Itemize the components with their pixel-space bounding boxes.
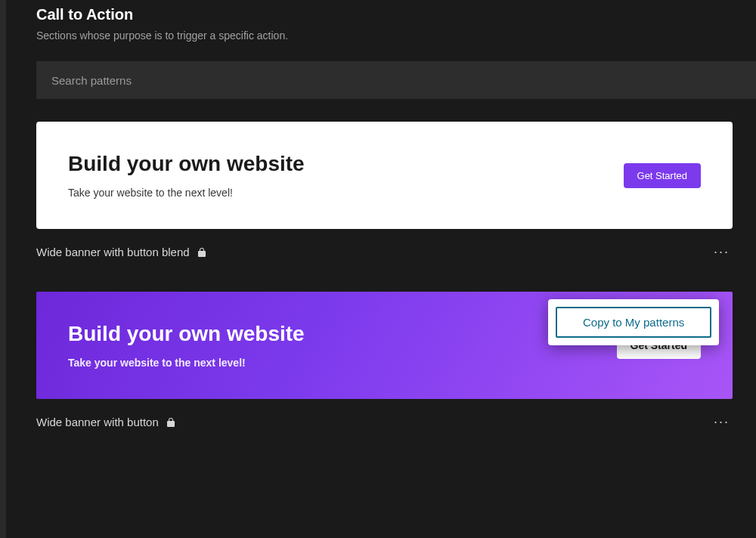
lock-icon [166, 417, 175, 428]
pattern-card-text: Build your own website Take your website… [68, 322, 305, 369]
get-started-button[interactable]: Get Started [624, 163, 701, 188]
lock-icon [197, 247, 206, 258]
page-title: Call to Action [36, 6, 756, 23]
pattern-card-text: Build your own website Take your website… [68, 152, 305, 199]
context-menu: Copy to My patterns [548, 299, 719, 345]
pattern-label-row: Wide banner with button ··· [36, 414, 733, 430]
copy-to-my-patterns-button[interactable]: Copy to My patterns [556, 307, 711, 338]
sidebar-edge [0, 0, 6, 538]
pattern-label: Wide banner with button blend [36, 246, 206, 258]
pattern-title: Build your own website [68, 322, 305, 346]
pattern-title: Build your own website [68, 152, 305, 176]
more-icon[interactable]: ··· [712, 244, 731, 260]
more-icon[interactable]: ··· [712, 414, 731, 430]
page-subtitle: Sections whose purpose is to trigger a s… [36, 29, 756, 42]
pattern-label-text: Wide banner with button [36, 416, 159, 428]
pattern-card-white[interactable]: Build your own website Take your website… [36, 122, 733, 229]
main-content: Call to Action Sections whose purpose is… [0, 0, 756, 430]
search-input[interactable] [36, 61, 756, 99]
pattern-label-row: Wide banner with button blend ··· [36, 244, 733, 260]
pattern-subtext: Take your website to the next level! [68, 187, 305, 199]
pattern-subtext: Take your website to the next level! [68, 357, 305, 369]
pattern-label-text: Wide banner with button blend [36, 246, 190, 258]
pattern-label: Wide banner with button [36, 416, 175, 428]
